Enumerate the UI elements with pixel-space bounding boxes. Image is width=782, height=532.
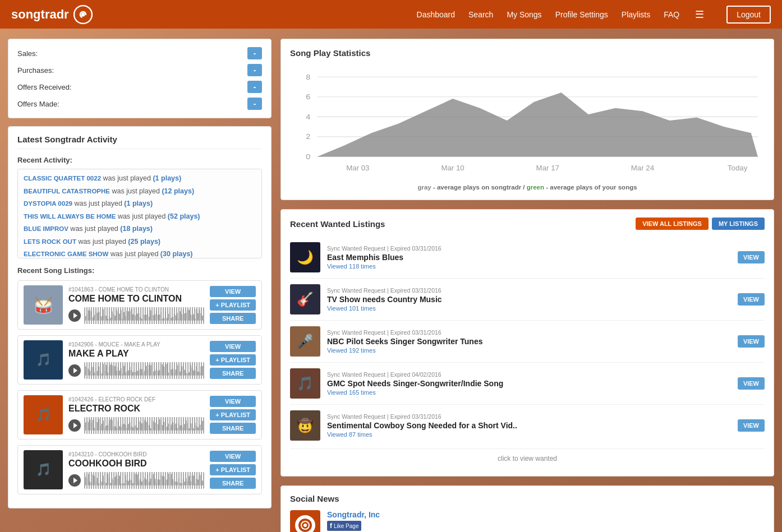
activity-link[interactable]: BLUE IMPROV	[24, 225, 68, 232]
stats-purchases-btn[interactable]: -	[247, 64, 262, 76]
svg-rect-306	[180, 483, 181, 485]
svg-rect-131	[158, 371, 159, 376]
svg-rect-128	[153, 371, 154, 375]
stats-offers-made-btn[interactable]: -	[247, 98, 262, 110]
activity-link[interactable]: ELECTRONIC GAME SHOW	[24, 251, 108, 257]
song-view-button[interactable]: VIEW	[210, 286, 256, 297]
wanted-view-button[interactable]: VIEW	[738, 293, 765, 306]
svg-rect-114	[132, 372, 134, 375]
nav-profile-settings[interactable]: Profile Settings	[555, 10, 608, 19]
svg-rect-226	[180, 425, 181, 430]
svg-rect-165	[90, 419, 91, 431]
svg-rect-31	[128, 311, 129, 320]
svg-rect-173	[102, 423, 103, 430]
logout-button[interactable]: Logout	[726, 6, 771, 24]
song-view-button[interactable]: VIEW	[210, 341, 256, 352]
hamburger-icon[interactable]: ☰	[695, 8, 704, 21]
song-view-button[interactable]: VIEW	[210, 451, 256, 462]
activity-link[interactable]: CLASSIC QUARTET 0022	[24, 175, 101, 182]
wanted-info: Sync Wanted Request | Expired 03/31/2016…	[327, 287, 731, 312]
wanted-view-button[interactable]: VIEW	[738, 377, 765, 390]
social-page-badge[interactable]: f Like Page	[327, 521, 361, 531]
wanted-view-button[interactable]: VIEW	[738, 335, 765, 348]
svg-rect-190	[127, 427, 128, 430]
svg-rect-255	[104, 482, 105, 485]
song-share-button[interactable]: SHARE	[210, 478, 256, 489]
svg-rect-281	[143, 480, 144, 485]
play-button[interactable]	[68, 309, 81, 322]
song-share-button[interactable]: SHARE	[210, 423, 256, 434]
svg-rect-80	[200, 313, 201, 320]
activity-link[interactable]: DYSTOPIA 0029	[24, 200, 72, 207]
wanted-info: Sync Wanted Request | Expired 03/31/2016…	[327, 245, 731, 270]
svg-rect-300	[171, 474, 172, 485]
svg-rect-224	[177, 428, 178, 431]
svg-rect-264	[118, 478, 119, 485]
stats-sales-row: Sales: -	[17, 47, 262, 59]
activity-link[interactable]: BEAUTIFUL CATASTROPHE	[24, 188, 110, 195]
svg-rect-177	[107, 424, 108, 430]
song-share-button[interactable]: SHARE	[210, 313, 256, 324]
song-view-button[interactable]: VIEW	[210, 396, 256, 407]
svg-rect-106	[121, 368, 122, 376]
svg-text:4: 4	[306, 112, 310, 121]
nav-my-songs[interactable]: My Songs	[507, 10, 541, 19]
nav-playlists[interactable]: Playlists	[622, 10, 650, 19]
play-button[interactable]	[68, 419, 81, 432]
svg-rect-12	[100, 316, 101, 321]
svg-rect-52	[159, 314, 160, 320]
song-actions: VIEW + PLAYLIST SHARE	[210, 341, 256, 379]
activity-link[interactable]: LETS ROCK OUT	[24, 238, 76, 245]
svg-rect-309	[184, 482, 185, 485]
song-playlist-button[interactable]: + PLAYLIST	[210, 464, 256, 475]
svg-rect-83	[86, 368, 88, 376]
stats-sales-btn[interactable]: -	[247, 47, 262, 59]
svg-rect-235	[193, 428, 194, 431]
svg-rect-36	[135, 315, 136, 321]
svg-rect-199	[140, 422, 141, 431]
stats-offers-received-btn[interactable]: -	[247, 81, 262, 93]
svg-rect-179	[110, 419, 111, 431]
song-title: ELECTRO ROCK	[68, 404, 204, 414]
wanted-header-btns: VIEW ALL LISTINGS MY LISTINGS	[636, 218, 765, 230]
svg-rect-164	[88, 422, 89, 430]
song-playlist-button[interactable]: + PLAYLIST	[210, 354, 256, 366]
svg-rect-230	[186, 420, 187, 431]
svg-rect-97	[107, 372, 108, 376]
svg-rect-312	[188, 475, 190, 485]
view-all-listings-button[interactable]: VIEW ALL LISTINGS	[636, 218, 709, 230]
song-share-button[interactable]: SHARE	[210, 368, 256, 379]
waveform-row	[68, 472, 204, 489]
social-page-badge-text: Like Page	[334, 523, 358, 529]
stats-offers-made-label: Offers Made:	[17, 100, 59, 108]
svg-rect-124	[147, 369, 148, 376]
svg-rect-62	[174, 313, 175, 321]
song-playlist-button[interactable]: + PLAYLIST	[210, 299, 256, 311]
song-title: COME HOME TO CLINTON	[68, 294, 204, 304]
svg-text:0: 0	[306, 152, 310, 160]
wanted-click-more[interactable]: click to view wanted	[290, 448, 765, 468]
nav-dashboard[interactable]: Dashboard	[417, 10, 456, 19]
nav-search[interactable]: Search	[468, 10, 493, 19]
svg-rect-147	[181, 366, 182, 376]
chart-legend: gray - average plays on songtradr / gree…	[290, 184, 765, 191]
play-button[interactable]	[68, 364, 81, 377]
play-button[interactable]	[68, 474, 81, 487]
wanted-items: 🌙 Sync Wanted Request | Expired 03/31/20…	[290, 237, 765, 446]
my-listings-button[interactable]: MY LISTINGS	[712, 218, 765, 230]
svg-rect-50	[156, 311, 157, 321]
nav-faq[interactable]: FAQ	[664, 10, 679, 19]
svg-rect-233	[190, 423, 191, 430]
social-name[interactable]: Songtradr, Inc	[327, 510, 765, 519]
activity-link[interactable]: THIS WILL ALWAYS BE HOME	[24, 213, 116, 220]
wanted-info: Sync Wanted Request | Expired 03/31/2016…	[327, 413, 731, 438]
wanted-item: 🎸 Sync Wanted Request | Expired 03/31/20…	[290, 279, 765, 321]
svg-rect-301	[172, 479, 173, 485]
wanted-view-button[interactable]: VIEW	[738, 251, 765, 263]
wanted-view-button[interactable]: VIEW	[738, 419, 765, 432]
svg-rect-304	[177, 482, 178, 485]
svg-rect-98	[109, 366, 110, 375]
svg-rect-66	[180, 311, 181, 321]
svg-rect-167	[93, 420, 94, 431]
song-playlist-button[interactable]: + PLAYLIST	[210, 409, 256, 420]
